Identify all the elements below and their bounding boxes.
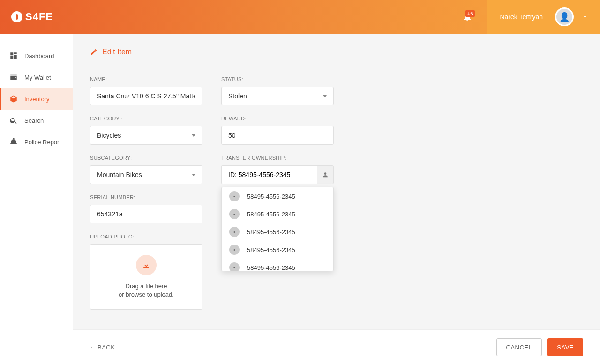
sidebar: Dashboard My Wallet Inventory Search Pol… (0, 34, 73, 364)
logo-icon (11, 11, 22, 22)
dropdown-item[interactable]: •58495-4556-2345 (222, 223, 333, 241)
avatar-icon: • (229, 191, 240, 201)
notifications-button[interactable]: +5 (447, 0, 487, 34)
upload-label: UPLOAD PHOTO: (90, 234, 202, 239)
user-menu[interactable]: Narek Tertryan 👤 (487, 0, 600, 34)
alarm-icon (9, 138, 18, 146)
select-value: Bicycles (97, 132, 121, 139)
status-select[interactable]: Stolen (221, 87, 334, 105)
dropdown-item[interactable]: •58495-4556-2345 (222, 241, 333, 259)
upload-dropzone[interactable]: Drag a file here or browse to upload. (90, 244, 202, 310)
transfer-label: TRANSFER OWNERSHIP: (221, 155, 334, 161)
subcategory-select[interactable]: Mountain Bikes (90, 165, 202, 184)
avatar-icon: • (229, 245, 240, 255)
chevron-down-icon (582, 14, 588, 20)
sidebar-item-search[interactable]: Search (0, 110, 73, 131)
sidebar-item-dashboard[interactable]: Dashboard (0, 45, 73, 67)
upload-circle (136, 255, 157, 275)
person-icon (322, 171, 329, 178)
serial-input[interactable] (90, 205, 202, 223)
transfer-input[interactable] (221, 165, 317, 184)
page-header: Edit Item (90, 48, 583, 65)
sidebar-item-wallet[interactable]: My Wallet (0, 67, 73, 88)
status-label: STATUS: (221, 76, 334, 82)
brand-text: S4FE (25, 11, 53, 23)
dropdown-item[interactable]: •58495-4556-2345 (222, 259, 333, 271)
upload-text: Drag a file here or browse to upload. (119, 282, 174, 299)
avatar-icon: • (229, 262, 240, 271)
reward-label: REWARD: (221, 116, 334, 121)
sidebar-item-inventory[interactable]: Inventory (0, 88, 73, 110)
sidebar-item-label: My Wallet (24, 74, 51, 81)
save-button[interactable]: SAVE (548, 338, 583, 356)
sidebar-item-label: Dashboard (24, 52, 54, 59)
select-value: Stolen (228, 92, 247, 100)
footer-bar: BACK CANCEL SAVE (73, 329, 600, 364)
pencil-icon (90, 48, 98, 56)
app-header: S4FE +5 Narek Tertryan 👤 (0, 0, 600, 34)
cancel-button[interactable]: CANCEL (496, 338, 542, 356)
caret-down-icon (192, 174, 195, 176)
search-icon (9, 116, 18, 125)
box-icon (9, 95, 18, 103)
dropdown-item[interactable]: •58495-4556-2345 (222, 205, 333, 223)
avatar-icon: • (229, 209, 240, 219)
subcategory-label: SUBCATEGORY: (90, 155, 202, 161)
sidebar-item-label: Search (24, 117, 44, 124)
caret-down-icon (323, 95, 327, 97)
category-select[interactable]: Bicycles (90, 126, 202, 145)
dropdown-item[interactable]: •58495-4556-2345 (222, 187, 333, 205)
avatar-icon: • (229, 227, 240, 237)
serial-label: SERIAL NUMBER: (90, 194, 202, 200)
caret-down-icon (192, 134, 195, 137)
brand-logo[interactable]: S4FE (0, 11, 73, 23)
sidebar-item-label: Police Report (24, 139, 61, 146)
dashboard-icon (9, 52, 18, 60)
back-button[interactable]: BACK (90, 344, 115, 351)
user-name: Narek Tertryan (500, 13, 543, 21)
wallet-icon (9, 73, 18, 82)
sidebar-item-police[interactable]: Police Report (0, 131, 73, 153)
download-icon (142, 260, 151, 270)
name-label: NAME: (90, 76, 202, 82)
avatar: 👤 (555, 7, 574, 26)
name-input[interactable] (90, 87, 202, 105)
chevron-left-icon (90, 344, 94, 350)
select-value: Mountain Bikes (97, 171, 142, 178)
sidebar-item-label: Inventory (24, 96, 49, 103)
transfer-user-button[interactable] (317, 165, 334, 184)
category-label: CATEGORY : (90, 116, 202, 121)
reward-input[interactable] (221, 126, 334, 145)
transfer-dropdown: •58495-4556-2345 •58495-4556-2345 •58495… (221, 187, 334, 271)
notification-badge: +5 (465, 10, 475, 17)
page-title: Edit Item (102, 48, 132, 56)
